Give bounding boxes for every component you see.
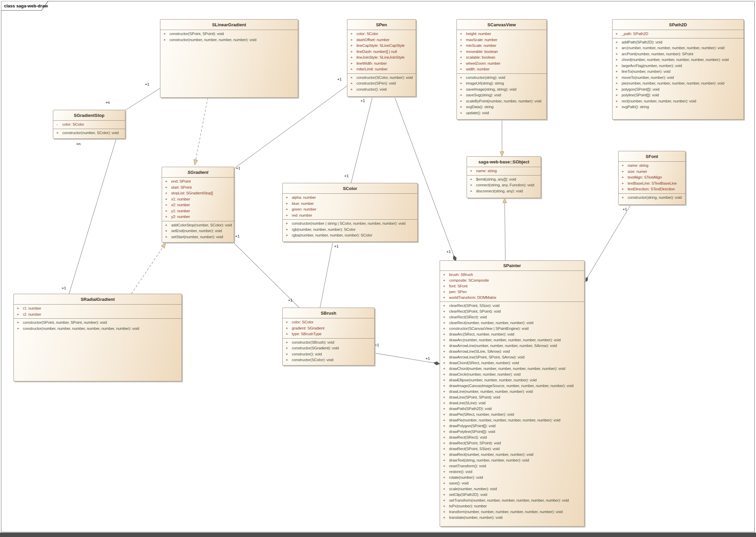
class-title: saga-web-base::SObject xyxy=(467,157,541,167)
operation-text: toPx(number): number xyxy=(449,503,584,509)
attribute-row: +maxScale: number xyxy=(457,37,546,43)
visibility-symbol: + xyxy=(162,179,171,185)
visibility-symbol: + xyxy=(457,37,466,43)
class-box-sobject[interactable]: saga-web-base::SObject+name: string+$emi… xyxy=(467,156,541,198)
visibility-symbol: + xyxy=(467,182,476,188)
operation-row: +constructor(SColor): void xyxy=(283,357,374,363)
visibility-symbol: + xyxy=(440,349,449,354)
operation-row: +scaleByPoint(number, number, number): v… xyxy=(457,98,546,104)
visibility-symbol: + xyxy=(283,319,292,325)
operation-row: +rgba(number, number, number, number): S… xyxy=(283,232,417,239)
operation-row: +drawArrowLine(SPoint, SPoint, SArrow): … xyxy=(440,354,584,360)
attribute-text: x2: number xyxy=(171,202,234,208)
operation-row: +constructor(SPoint, number, SPoint, num… xyxy=(14,320,182,326)
operation-text: scale(number, number): void xyxy=(449,486,584,492)
operation-text: drawRect(number, number, number, number)… xyxy=(449,452,584,457)
class-box-sgradientstop[interactable]: SGradientStop-color: SColor+constructor(… xyxy=(53,110,125,139)
operation-row: +drawChord(SRect, number, number): void xyxy=(440,360,584,366)
attribute-row: +wheelZoom: number xyxy=(457,61,546,67)
operation-row: +drawEllipse(number, number, number, num… xyxy=(440,377,584,383)
operation-text: clearRect(SPoint, SSize): void xyxy=(449,303,584,309)
operation-row: +setEnd(number, number): void xyxy=(162,228,234,234)
attribute-text: x1: number xyxy=(171,196,234,202)
visibility-symbol: + xyxy=(283,331,292,337)
attribute-text: end: SPoint xyxy=(171,179,234,185)
visibility-symbol: + xyxy=(440,295,449,301)
attributes-compartment: +color: SColor+gradient: SGradient+type:… xyxy=(283,318,374,338)
class-box-spainter[interactable]: SPainter+brush: SBrush+composite: SCompo… xyxy=(440,260,585,527)
class-box-spath2d[interactable]: SPath2D+_path: SPath2D+addPath(SPath2D):… xyxy=(612,19,744,120)
operations-compartment: +clearRect(SPoint, SSize): void+clearRec… xyxy=(440,302,584,522)
operation-text: arcPoint(number, number, number): SPoint xyxy=(622,51,744,57)
attribute-row: +composite: SComposite xyxy=(440,278,584,283)
attribute-row: +type: SBrushType xyxy=(283,331,374,337)
attribute-row: +width: number xyxy=(457,66,546,72)
attribute-text: y1: number xyxy=(171,208,234,214)
visibility-symbol: + xyxy=(440,492,449,498)
operation-text: setEnd(number, number): void xyxy=(171,228,234,234)
attribute-row: +textDirection: STextDirection xyxy=(619,186,685,192)
operation-text: drawLine(number, number, number, number)… xyxy=(449,389,584,394)
operation-text: constructor(SPen): void xyxy=(356,81,416,87)
class-box-sbrush[interactable]: SBrush+color: SColor+gradient: SGradient… xyxy=(282,308,375,366)
operation-text: svgData(): string xyxy=(466,104,546,110)
attribute-text: minScale: number xyxy=(466,43,546,49)
operation-text: polyline(SPoint[]): void xyxy=(622,92,744,98)
visibility-symbol: + xyxy=(283,357,292,363)
operation-text: moveTo(number, number): void xyxy=(622,75,744,81)
visibility-symbol: + xyxy=(440,326,449,331)
operation-text: save(): void xyxy=(449,480,584,486)
attribute-text: worldTransform: DOMMatrix xyxy=(449,295,584,301)
class-title: SPainter xyxy=(440,261,584,271)
class-box-scolor[interactable]: SColor+alpha: number+blue: number+green:… xyxy=(282,183,418,242)
visibility-symbol: + xyxy=(162,196,171,202)
class-box-sradialgradient[interactable]: SRadialGradient+r1: number+r2: number+co… xyxy=(13,294,182,381)
operation-text: constructor(string): void xyxy=(466,75,546,81)
operation-row: +constructor(number, number, number, num… xyxy=(14,326,182,332)
class-box-spen[interactable]: SPen+color: SColor+dashOffset: number+li… xyxy=(347,19,416,97)
visibility-symbol: + xyxy=(160,37,169,43)
attribute-text: red: number xyxy=(292,213,417,219)
attribute-text: textBaseLine: STextBaseLine xyxy=(628,181,685,187)
operations-compartment: +$emit(string, any[]): void+connect(stri… xyxy=(467,175,541,195)
visibility-symbol: + xyxy=(283,325,292,331)
operation-text: resetTransform(): void xyxy=(449,463,584,469)
visibility-symbol: + xyxy=(440,457,449,463)
visibility-symbol: + xyxy=(440,423,449,429)
visibility-symbol: + xyxy=(162,214,171,220)
class-box-sfont[interactable]: SFont+name: string+size: numer+textAlign… xyxy=(618,151,686,205)
operation-row: +save(): void xyxy=(440,480,584,486)
visibility-symbol: + xyxy=(440,406,449,412)
operation-text: arc(number, number, number, number, numb… xyxy=(622,45,744,51)
operation-text: drawArc(number, number, number, number, … xyxy=(449,337,584,343)
visibility-symbol: + xyxy=(440,283,449,289)
diagram-canvas: { "frame": { "label": "class saga-web-dr… xyxy=(0,0,756,537)
class-box-slineargradient[interactable]: SLinearGradient+constructor(SPoint, SPoi… xyxy=(160,19,298,98)
operation-row: +drawArc(number, number, number, number,… xyxy=(440,337,584,343)
operation-row: +drawRect(SPoint, SSize): void xyxy=(440,446,584,452)
visibility-symbol: + xyxy=(440,515,449,520)
attribute-row: +minScale: number xyxy=(457,43,546,49)
operation-row: +scale(number, number): void xyxy=(440,486,584,492)
bottom-bar[interactable] xyxy=(0,533,756,537)
operation-text: drawCircle(number, number, number): void xyxy=(449,372,584,377)
operation-text: setStart(number, number): void xyxy=(171,234,234,240)
visibility-symbol: + xyxy=(440,475,449,480)
attribute-text: pen: SPen xyxy=(449,289,584,295)
operation-text: drawArc(SRect, number, number): void xyxy=(449,331,584,337)
operation-text: constructor(): void xyxy=(292,351,374,357)
class-box-scanvasview[interactable]: SCanvasView+height: number+maxScale: num… xyxy=(456,19,547,120)
visibility-symbol: + xyxy=(347,31,356,37)
class-box-sgradient[interactable]: SGradient+end: SPoint+start: SPoint+stop… xyxy=(162,167,234,243)
operation-text: translate(number, number): void xyxy=(449,515,584,520)
frame-title-tab: class saga-web-draw xyxy=(1,1,58,12)
attribute-row: +r2: number xyxy=(14,312,182,318)
attribute-text: color: SColor xyxy=(62,122,125,128)
frame-tab-label: class saga-web-draw xyxy=(4,3,48,8)
attribute-text: maxScale: number xyxy=(466,37,546,43)
attribute-row: +red: number xyxy=(283,213,417,219)
attributes-compartment: -color: SColor xyxy=(53,120,125,129)
operation-row: +rotate(number): void xyxy=(440,475,584,480)
attribute-text: wheelZoom: number xyxy=(466,61,546,67)
operation-text: scaleByPoint(number, number, number): vo… xyxy=(466,98,546,104)
